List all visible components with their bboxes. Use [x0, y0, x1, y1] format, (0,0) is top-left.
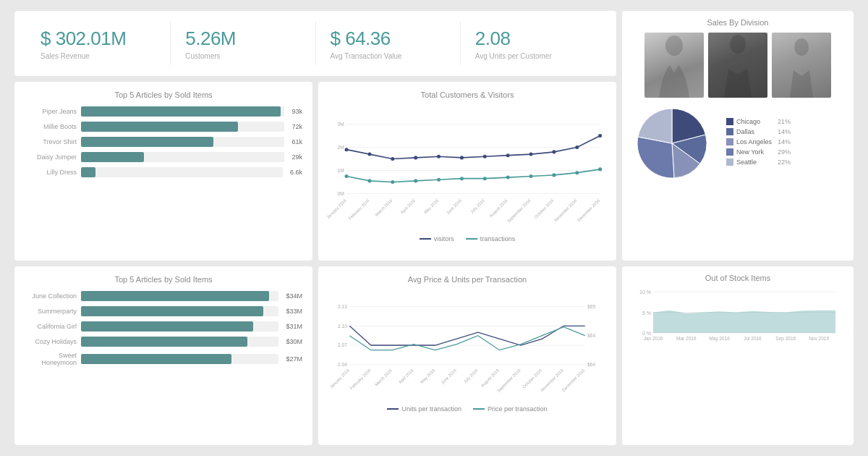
- pie-city-name: Los Angeles: [736, 138, 772, 145]
- svg-point-2: [794, 38, 809, 56]
- svg-text:March 2016: March 2016: [374, 368, 393, 387]
- svg-point-11: [345, 148, 349, 151]
- bar-row: Daisy Jumper29k: [25, 152, 302, 162]
- division-img-men: [708, 33, 767, 98]
- svg-text:November 2016: November 2016: [553, 198, 578, 223]
- customers-chart-card: Total Customers & Visitors 0M1M2M3MJanua…: [318, 82, 616, 261]
- avg-price-line-chart: 2.042.072.102.13$64$64$65January 2016Feb…: [328, 291, 606, 400]
- bar-row: Cozy Holidays$30M: [25, 337, 302, 347]
- svg-point-31: [529, 174, 533, 178]
- bar-label: Lilly Dress: [25, 169, 77, 176]
- pie-legend-item: Los Angeles 14%: [726, 138, 791, 145]
- division-img-kids: [772, 33, 831, 98]
- bar-value: 93k: [292, 108, 302, 115]
- svg-point-17: [483, 155, 487, 159]
- svg-text:June 2016: June 2016: [440, 368, 457, 386]
- top5-revenue-card: Top 5 Articles by Sold Items June Collec…: [14, 266, 312, 445]
- legend-price-per-tx-label: Price per transaction: [488, 405, 548, 413]
- bar-track: [81, 306, 278, 316]
- division-title: Sales By Division: [632, 18, 843, 27]
- svg-point-29: [483, 177, 487, 180]
- out-stock-svg: 0 %5 %10 %Jan 2016Mar 2016May 2016Jul 20…: [632, 288, 843, 353]
- svg-text:September 2016: September 2016: [506, 198, 532, 224]
- svg-text:$64: $64: [587, 333, 595, 338]
- top5-units-title: Top 5 Articles by Sold Items: [25, 90, 302, 99]
- svg-text:$64: $64: [587, 362, 595, 367]
- legend-transactions-label: transactions: [480, 235, 516, 242]
- svg-text:October 2016: October 2016: [522, 368, 542, 389]
- svg-point-32: [552, 173, 556, 177]
- legend-transactions: transactions: [466, 235, 516, 242]
- division-images: [632, 33, 843, 98]
- svg-text:February 2016: February 2016: [348, 198, 370, 221]
- pie-city-name: Chicago: [736, 118, 772, 125]
- svg-text:August 2016: August 2016: [480, 368, 500, 388]
- pie-city-pct: 22%: [778, 159, 791, 166]
- bar-fill: [81, 354, 231, 364]
- svg-point-16: [460, 156, 464, 159]
- bar-fill: [81, 306, 263, 316]
- svg-point-34: [598, 167, 602, 171]
- svg-point-23: [345, 174, 349, 178]
- bar-label: Trevor Shirt: [25, 138, 77, 145]
- pie-legend: Chicago 21% Dallas 14% Los Angeles 14% N…: [726, 118, 791, 169]
- legend-visitors: visitors: [420, 235, 454, 242]
- bar-value: $31M: [286, 323, 302, 330]
- avg-price-chart-title: Avg Price & Units per Transaction: [328, 275, 606, 284]
- bar-units-chart: Piper Jeans93kMillie Boots72kTrevor Shir…: [25, 106, 302, 177]
- bar-revenue-chart: June Collection$34MSummerparty$33MCalifo…: [25, 291, 302, 366]
- svg-text:3M: 3M: [337, 122, 344, 127]
- pie-legend-item: New York 29%: [726, 148, 791, 156]
- svg-point-30: [506, 176, 510, 180]
- bar-fill: [81, 337, 247, 347]
- svg-text:June 2016: June 2016: [446, 198, 463, 216]
- svg-text:March 2016: March 2016: [374, 198, 393, 217]
- customers-legend: visitors transactions: [328, 235, 606, 242]
- bar-track: [81, 167, 283, 177]
- bar-track: [81, 337, 278, 347]
- bar-track: [81, 122, 284, 132]
- bar-row: Trevor Shirt61k: [25, 137, 302, 147]
- legend-units-per-tx: Units per transaction: [387, 405, 461, 413]
- customers-chart-title: Total Customers & Visitors: [328, 90, 606, 99]
- bar-label: Cozy Holidays: [25, 338, 77, 345]
- bar-row: Summerparty$33M: [25, 306, 302, 316]
- svg-text:2M: 2M: [337, 145, 344, 150]
- bar-fill: [81, 152, 144, 162]
- kpi-sales-revenue: $ 302.01M Sales Revenue: [26, 21, 171, 66]
- bar-value: $27M: [286, 355, 302, 363]
- kpi-sales-revenue-label: Sales Revenue: [41, 52, 156, 60]
- svg-point-19: [529, 153, 533, 156]
- avg-price-chart-card: Avg Price & Units per Transaction 2.042.…: [318, 266, 616, 445]
- right-bottom-section: Sales By City Chicago 21% Dallas 14% Los…: [622, 82, 854, 445]
- pie-city-pct: 21%: [778, 118, 791, 125]
- svg-text:$65: $65: [587, 304, 595, 309]
- kpi-avg-transaction-value: $ 64.36: [331, 28, 446, 50]
- bar-label: Sweet Honeymoon: [25, 352, 77, 366]
- svg-text:May 2016: May 2016: [420, 368, 435, 384]
- bar-row: June Collection$34M: [25, 291, 302, 301]
- svg-point-26: [414, 179, 417, 182]
- bar-label: Daisy Jumper: [25, 153, 77, 161]
- bar-label: California Girl: [25, 323, 77, 330]
- bar-label: June Collection: [25, 292, 77, 300]
- pie-city-name: Dallas: [736, 128, 772, 135]
- svg-point-1: [730, 35, 746, 54]
- svg-point-12: [367, 153, 371, 156]
- svg-text:December 2016: December 2016: [561, 368, 586, 393]
- bar-value: 6.6k: [290, 169, 302, 176]
- svg-text:July 2016: July 2016: [463, 368, 479, 384]
- customers-line-chart: 0M1M2M3MJanuary 2016February 2016March 2…: [328, 106, 606, 229]
- svg-point-15: [437, 155, 441, 159]
- svg-text:Jul 2016: Jul 2016: [744, 336, 762, 341]
- svg-text:0M: 0M: [337, 191, 344, 196]
- svg-text:September 2016: September 2016: [496, 368, 522, 394]
- svg-point-27: [437, 178, 441, 182]
- bar-track: [81, 137, 284, 147]
- bar-track: [81, 321, 278, 332]
- svg-text:5 %: 5 %: [642, 311, 651, 316]
- svg-text:January 2016: January 2016: [326, 198, 347, 219]
- svg-point-28: [460, 177, 464, 180]
- pie-color: [726, 159, 733, 166]
- svg-text:2.10: 2.10: [338, 324, 347, 329]
